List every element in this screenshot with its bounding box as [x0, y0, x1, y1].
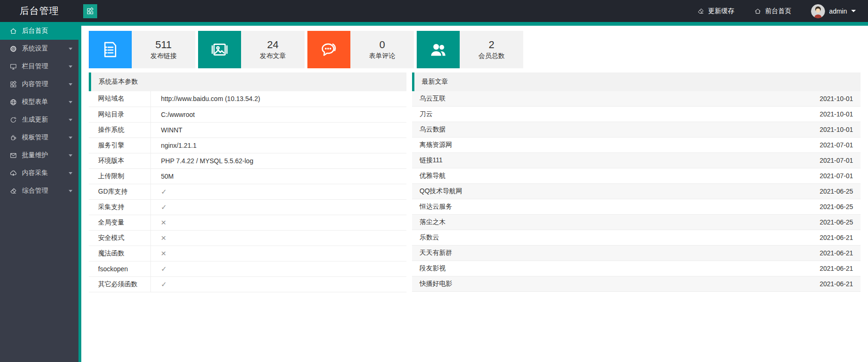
chevron-down-icon: [69, 137, 72, 139]
table-row: 网站域名http://www.baidu.com (10.13.54.2): [89, 91, 406, 107]
sidebar: 后台首页系统设置栏目管理内容管理模型表单生成更新模板管理批量维护内容采集综合管理: [0, 22, 81, 362]
article-date: 2021-10-01: [819, 126, 853, 133]
param-value: ×: [150, 246, 406, 261]
article-title: 落尘之木: [420, 218, 446, 226]
sidebar-item-template-manage[interactable]: 模板管理: [0, 129, 78, 146]
refresh-icon: [9, 116, 17, 124]
grid-menu-button[interactable]: [83, 4, 97, 18]
eraser-icon: [9, 187, 17, 195]
article-date: 2021-06-21: [819, 234, 853, 241]
article-title: 天天有新群: [420, 249, 452, 257]
chevron-down-icon: [69, 119, 72, 121]
param-label: 采集支持: [89, 199, 150, 215]
article-list-item[interactable]: 快播好电影2021-06-21: [412, 276, 861, 292]
article-date: 2021-06-25: [819, 188, 853, 195]
frontend-home-button[interactable]: 前台首页: [754, 7, 791, 15]
stat-cards: 511发布链接24发布文章0表单评论2会员总数: [89, 31, 861, 68]
article-list-item[interactable]: 天天有新群2021-06-21: [412, 246, 861, 261]
param-value: http://www.baidu.com (10.13.54.2): [150, 91, 406, 107]
param-label: 操作系统: [89, 122, 150, 138]
check-icon: ✓: [161, 280, 167, 288]
table-row: 采集支持✓: [89, 199, 406, 215]
sidebar-item-model-forms[interactable]: 模型表单: [0, 93, 78, 111]
article-list-item[interactable]: 乌云数据2021-10-01: [412, 122, 861, 138]
topbar-actions: 更新缓存 前台首页 admin: [697, 4, 868, 18]
sidebar-item-content-manage[interactable]: 内容管理: [0, 75, 78, 93]
sidebar-item-home[interactable]: 后台首页: [0, 22, 78, 40]
param-value: ✓: [150, 276, 406, 292]
param-label: 其它必须函数: [89, 276, 150, 292]
article-title: 离殇资源网: [420, 141, 452, 149]
param-value: 50M: [150, 168, 406, 184]
table-row: GD库支持✓: [89, 184, 406, 199]
stat-card-info: 24发布文章: [241, 31, 305, 68]
table-row: 网站目录C:/wwwroot: [89, 107, 406, 122]
chevron-down-icon: [69, 83, 72, 86]
article-list-item[interactable]: 乐数云2021-06-21: [412, 230, 861, 246]
cup-icon: [9, 134, 17, 142]
article-date: 2021-07-01: [819, 141, 853, 149]
app-title: 后台管理: [0, 5, 78, 17]
sidebar-item-label: 生成更新: [22, 116, 48, 124]
sidebar-item-label: 后台首页: [22, 27, 48, 35]
sidebar-item-content-collect[interactable]: 内容采集: [0, 164, 78, 182]
grid-icon: [86, 7, 94, 15]
article-title: 乐数云: [420, 233, 439, 242]
article-title: 链接111: [420, 156, 442, 165]
user-menu[interactable]: admin: [811, 4, 856, 18]
article-date: 2021-10-01: [819, 110, 853, 118]
users-icon: [417, 31, 460, 68]
stat-label: 表单评论: [369, 52, 395, 60]
check-icon: ✓: [161, 188, 167, 195]
cross-icon: ×: [161, 217, 166, 227]
param-value: PHP 7.4.22 / MYSQL 5.5.62-log: [150, 153, 406, 168]
stat-label: 发布文章: [260, 52, 286, 60]
article-list-item[interactable]: 链接1112021-07-01: [412, 153, 861, 168]
cross-icon: ×: [161, 248, 166, 258]
sidebar-item-system-settings[interactable]: 系统设置: [0, 40, 78, 58]
table-row: 其它必须函数✓: [89, 276, 406, 292]
update-cache-button[interactable]: 更新缓存: [697, 7, 734, 15]
sidebar-item-label: 栏目管理: [22, 62, 48, 71]
stat-card-info: 511发布链接: [132, 31, 195, 68]
home-icon: [9, 27, 17, 35]
param-label: 环境版本: [89, 153, 150, 168]
check-icon: ✓: [161, 203, 167, 211]
sidebar-item-general-manage[interactable]: 综合管理: [0, 182, 78, 200]
article-date: 2021-10-01: [819, 95, 853, 102]
article-list-item[interactable]: 乌云互联2021-10-01: [412, 91, 861, 107]
sidebar-item-batch-maintain[interactable]: 批量维护: [0, 146, 78, 164]
article-date: 2021-06-21: [819, 265, 853, 272]
article-list-item[interactable]: 落尘之木2021-06-25: [412, 215, 861, 230]
system-params-panel: 系统基本参数 网站域名http://www.baidu.com (10.13.5…: [89, 72, 406, 292]
param-label: 服务引擎: [89, 138, 150, 153]
cross-icon: ×: [161, 233, 166, 243]
chevron-down-icon: [69, 48, 72, 50]
image-icon: [198, 31, 241, 68]
article-date: 2021-07-01: [819, 172, 853, 180]
sidebar-item-label: 内容采集: [22, 169, 48, 177]
sidebar-item-generate-update[interactable]: 生成更新: [0, 111, 78, 129]
latest-articles-list: 乌云互联2021-10-01刀云2021-10-01乌云数据2021-10-01…: [412, 91, 861, 292]
chevron-down-icon: [69, 65, 72, 68]
article-title: 乌云数据: [420, 125, 446, 134]
param-label: fsockopen: [89, 261, 150, 276]
article-list-item[interactable]: 离殇资源网2021-07-01: [412, 138, 861, 153]
article-list-item[interactable]: QQ技术导航网2021-06-25: [412, 184, 861, 199]
article-title: 乌云互联: [420, 94, 446, 103]
article-title: 恒达云服务: [420, 203, 452, 211]
article-list-item[interactable]: 优雅导航2021-07-01: [412, 168, 861, 184]
article-list-item[interactable]: 段友影视2021-06-21: [412, 261, 861, 276]
stat-card-info: 2会员总数: [460, 31, 523, 68]
stat-card-info: 0表单评论: [350, 31, 414, 68]
param-value: ×: [150, 215, 406, 230]
article-title: 段友影视: [420, 264, 446, 273]
sidebar-item-column-manage[interactable]: 栏目管理: [0, 58, 78, 75]
article-list-item[interactable]: 恒达云服务2021-06-25: [412, 199, 861, 215]
gear-icon: [9, 45, 17, 53]
article-list-item[interactable]: 刀云2021-10-01: [412, 107, 861, 122]
sidebar-item-label: 内容管理: [22, 80, 48, 88]
main-content: 511发布链接24发布文章0表单评论2会员总数 系统基本参数 网站域名http:…: [81, 22, 868, 362]
chevron-down-icon: [851, 10, 856, 12]
article-title: 快播好电影: [420, 280, 452, 288]
